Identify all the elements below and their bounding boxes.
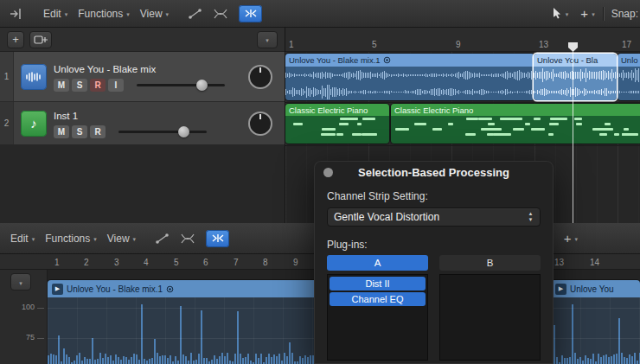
level-scale-label: 75 (9, 333, 35, 342)
plugin-set-a-tab[interactable]: A (327, 255, 428, 271)
pointer-tool-icon[interactable] (547, 7, 566, 20)
midi-notes (285, 116, 389, 144)
track-name[interactable]: Inst 1 (54, 111, 248, 121)
toolbar-divider (603, 7, 604, 21)
ruler-tick: 1 (54, 258, 60, 267)
menu-functions-label: Functions (78, 8, 123, 20)
volume-slider-thumb[interactable] (178, 126, 189, 137)
crosshair-tool-icon[interactable]: + (577, 7, 592, 20)
region-audio-selected[interactable]: Unlove You - Bla (534, 54, 617, 100)
region-midi-2[interactable]: Classic Electric Piano (391, 104, 640, 144)
chevron-down-icon[interactable]: ▾ (566, 11, 569, 18)
dialog-header[interactable]: Selection-Based Processing (314, 161, 554, 183)
region-header: Classic Electric Piano (285, 104, 389, 116)
region-label: Classic Electric Piano (394, 105, 473, 115)
region-label: Unlo (621, 55, 638, 65)
bar-ruler[interactable]: 1591317 (285, 28, 640, 52)
mute-button[interactable]: M (54, 125, 69, 138)
menu-edit[interactable]: Edit▾ (38, 8, 73, 20)
ruler-tick: 3 (114, 258, 119, 267)
add-track-button[interactable]: + (7, 31, 24, 48)
plugin-set-tabs: A B (327, 255, 541, 271)
region-audio-main[interactable]: Unlove You - Blake mix.1 (285, 54, 534, 100)
input-monitor-button[interactable]: I (108, 79, 124, 92)
track-name[interactable]: Unlove You - Blake mix (54, 64, 248, 74)
crossfade-tool-icon[interactable] (209, 8, 232, 20)
dialog-title: Selection-Based Processing (314, 166, 554, 179)
ruler-tick: 2 (84, 258, 89, 267)
catch-playhead-icon[interactable] (5, 8, 28, 20)
editor-menu-edit[interactable]: Edit▾ (5, 233, 40, 245)
plugin-set-b-tab[interactable]: B (439, 255, 541, 271)
chevron-down-icon[interactable]: ▾ (592, 11, 595, 18)
region-header: Unlove You - Blake mix.1 (285, 54, 534, 67)
channel-strip-select[interactable]: Gentle Vocal Distortion ▲▼ (327, 208, 541, 227)
ruler-tick: 6 (203, 258, 208, 267)
region-label: Unlove You - Blake mix.1 (67, 284, 163, 294)
chevron-down-icon: ▾ (133, 236, 137, 243)
track-controls: M S R I (54, 79, 248, 92)
plugin-list-a[interactable]: Dist IIChannel EQ (327, 274, 428, 361)
menu-functions[interactable]: Functions▾ (73, 8, 135, 20)
waveform (618, 67, 640, 100)
chevron-down-icon: ▾ (32, 236, 35, 243)
duplicate-track-button[interactable] (29, 31, 52, 48)
volume-slider-thumb[interactable] (196, 80, 208, 91)
snap-label[interactable]: Snap: (611, 8, 638, 20)
editor-region-right[interactable]: ▶ Unlove You (551, 280, 640, 364)
track-header-options-button[interactable]: ▾ (257, 31, 278, 48)
ruler-tick: 14 (590, 258, 599, 267)
solo-button[interactable]: S (72, 79, 87, 92)
pan-knob[interactable] (248, 112, 272, 136)
menu-view-label: View (107, 233, 130, 245)
region-label: Classic Electric Piano (289, 105, 368, 115)
region-midi-1[interactable]: Classic Electric Piano (285, 104, 389, 144)
track-info: Unlove You - Blake mix M S R I (54, 62, 248, 92)
region-label: Unlove You - Blake mix.1 (289, 55, 381, 65)
ruler-tick: 13 (539, 40, 548, 49)
track-info: Inst 1 M S R (54, 109, 248, 138)
follow-tempo-icon (166, 285, 174, 293)
pan-knob[interactable] (248, 65, 272, 89)
automation-curve-tool-icon[interactable] (151, 233, 173, 245)
editor-region-header[interactable]: ▶ Unlove You (551, 280, 640, 297)
track-number: 2 (0, 102, 14, 144)
marquee-tool-button[interactable] (206, 230, 229, 247)
plugin-list-b[interactable] (439, 274, 541, 361)
dialog-content: Channel Strip Setting: Gentle Vocal Dist… (314, 183, 554, 361)
prelisten-play-icon[interactable]: ▶ (555, 284, 566, 295)
editor-menu-view[interactable]: View▾ (102, 233, 141, 245)
solo-button[interactable]: S (72, 125, 87, 138)
region-header: Unlove You - Bla (534, 54, 617, 67)
mute-button[interactable]: M (54, 79, 69, 92)
automation-curve-tool-icon[interactable] (184, 8, 206, 20)
plugin-slot-dist-ii[interactable]: Dist II (330, 277, 426, 291)
region-label: Unlove You - Bla (537, 55, 598, 65)
plugin-slot-channel-eq[interactable]: Channel EQ (330, 292, 426, 306)
ruler-tick: 13 (554, 258, 564, 267)
prelisten-play-icon[interactable]: ▶ (52, 284, 63, 295)
volume-slider[interactable] (137, 84, 225, 86)
track-header-2[interactable]: 2 ♪ Inst 1 M S R (0, 102, 285, 145)
menu-view[interactable]: View▾ (135, 8, 174, 20)
editor-options-button[interactable]: ▾ (10, 273, 31, 291)
chevron-down-icon[interactable]: ▾ (574, 236, 578, 243)
region-audio-right[interactable]: Unlo (618, 54, 640, 100)
chevron-down-icon: ▾ (65, 11, 68, 18)
record-enable-button[interactable]: R (90, 125, 106, 138)
level-scale-label: 100 (9, 303, 35, 311)
record-enable-button[interactable]: R (90, 79, 106, 92)
region-header: Classic Electric Piano (391, 104, 640, 116)
ruler-tick: 4 (144, 258, 149, 267)
editor-gutter: ▾ 100 75 (0, 270, 48, 364)
chevron-down-icon: ▾ (93, 236, 97, 243)
crosshair-tool-icon[interactable]: + (560, 232, 575, 245)
volume-slider[interactable] (118, 131, 207, 133)
track-header-1[interactable]: 1 Unlove You - Blake mix M S R I (0, 52, 285, 102)
ruler-tick: 5 (372, 40, 377, 49)
track-number: 1 (0, 52, 14, 101)
region-label: Unlove You (570, 284, 614, 294)
editor-menu-functions[interactable]: Functions▾ (40, 233, 102, 245)
marquee-tool-button[interactable] (239, 5, 262, 22)
crossfade-tool-icon[interactable] (176, 233, 199, 245)
